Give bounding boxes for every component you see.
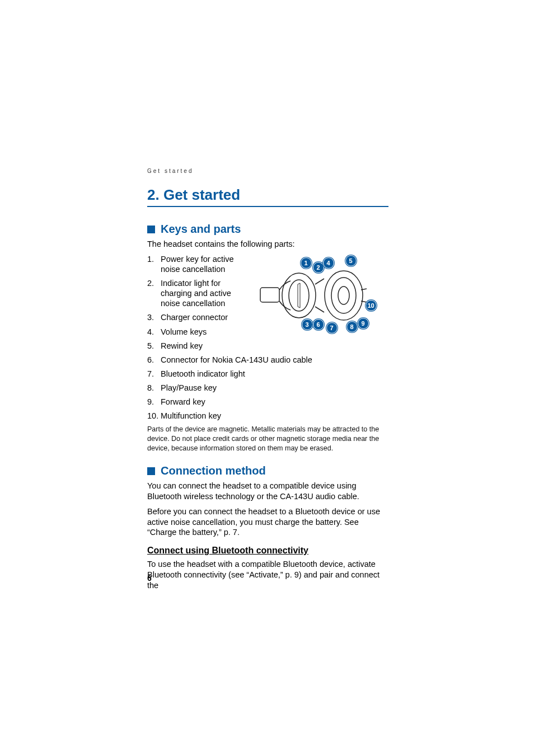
subsection-heading: Connect using Bluetooth connectivity (147, 546, 388, 556)
list-item: 1.Power key for active noise cancellatio… (147, 254, 237, 274)
list-item: 2.Indicator light for charging and activ… (147, 278, 237, 308)
callout-9: 9 (358, 318, 369, 329)
bullet-square-icon (147, 467, 155, 475)
diagram-column: 1 2 3 4 5 6 7 8 9 10 (248, 254, 388, 355)
page-number: 6 (147, 574, 152, 583)
part-label: Charger connector (161, 312, 228, 322)
svg-point-4 (331, 278, 356, 313)
intro-text: The headset contains the following parts… (147, 239, 388, 250)
parts-layout: 1.Power key for active noise cancellatio… (147, 254, 388, 355)
callout-2: 2 (313, 262, 324, 273)
svg-point-3 (325, 271, 363, 320)
callout-3: 3 (302, 319, 313, 330)
parts-list-continued: 6.Connector for Nokia CA-143U audio cabl… (147, 355, 388, 421)
body-paragraph: Before you can connect the headset to a … (147, 506, 388, 538)
part-label: Indicator light for charging and active … (161, 278, 237, 308)
part-label: Volume keys (161, 327, 207, 337)
list-item: 8.Play/Pause key (147, 383, 388, 393)
running-header: Get started (147, 168, 388, 174)
callout-7: 7 (326, 322, 338, 334)
chapter-title: 2. Get started (147, 186, 388, 207)
section-heading-connection-method: Connection method (147, 464, 388, 477)
body-paragraph: You can connect the headset to a compati… (147, 481, 388, 502)
list-item: 10.Multifunction key (147, 411, 388, 421)
svg-point-5 (338, 287, 349, 304)
bullet-square-icon (147, 226, 155, 233)
callout-4: 4 (323, 257, 334, 269)
svg-point-2 (289, 280, 309, 311)
part-label: Bluetooth indicator light (161, 369, 245, 379)
list-item: 9.Forward key (147, 397, 388, 407)
callout-10: 10 (366, 300, 377, 311)
callout-8: 8 (346, 321, 358, 332)
part-label: Play/Pause key (161, 383, 217, 393)
part-label: Connector for Nokia CA-143U audio cable (161, 355, 312, 365)
callout-5: 5 (345, 255, 357, 266)
part-label: Multifunction key (161, 411, 221, 421)
body-paragraph: To use the headset with a compatible Blu… (147, 559, 388, 591)
part-label: Power key for active noise cancellation (161, 254, 237, 274)
list-item: 3.Charger connector (147, 312, 237, 322)
headset-diagram: 1 2 3 4 5 6 7 8 9 10 (257, 256, 380, 335)
list-item: 5.Rewind key (147, 341, 237, 351)
callout-1: 1 (301, 257, 312, 269)
part-label: Rewind key (161, 341, 203, 351)
section-title: Connection method (161, 464, 266, 477)
section-title: Keys and parts (161, 223, 241, 236)
list-item: 7.Bluetooth indicator light (147, 369, 388, 379)
part-label: Forward key (161, 397, 205, 407)
parts-list-narrow: 1.Power key for active noise cancellatio… (147, 254, 237, 355)
document-page: Get started 2. Get started Keys and part… (0, 0, 534, 756)
callout-6: 6 (313, 319, 324, 330)
svg-rect-0 (260, 288, 279, 302)
section-heading-keys-and-parts: Keys and parts (147, 223, 388, 236)
magnetic-warning-note: Parts of the device are magnetic. Metall… (147, 425, 388, 453)
list-item: 6.Connector for Nokia CA-143U audio cabl… (147, 355, 388, 365)
list-item: 4.Volume keys (147, 327, 237, 337)
